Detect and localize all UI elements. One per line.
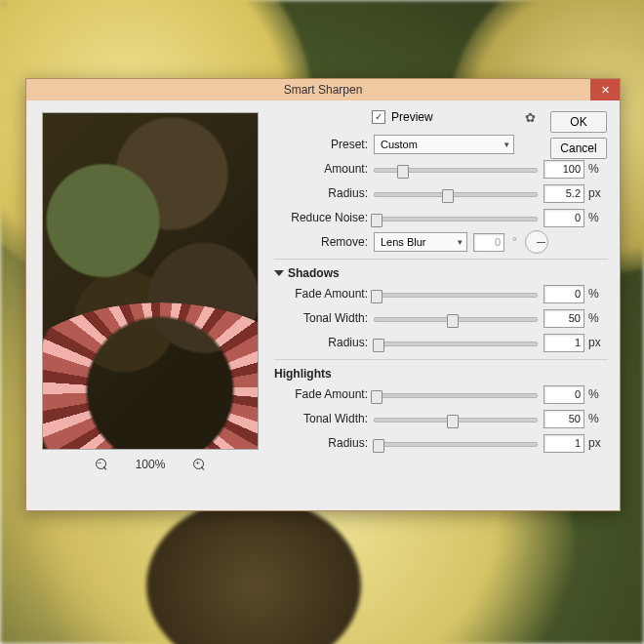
reduce-noise-value[interactable]: 0: [543, 209, 584, 227]
shadows-fade-amount-row: Fade Amount: 0 %: [274, 283, 608, 304]
shadows-tonal-width-label: Tonal Width:: [274, 311, 374, 325]
titlebar[interactable]: Smart Sharpen ✕: [26, 79, 620, 101]
shadows-fade-amount-unit: %: [584, 287, 608, 301]
amount-label: Amount:: [274, 162, 374, 176]
shadows-heading: Shadows: [288, 266, 340, 280]
settings-panel: OK Cancel ✓ Preview ✿ Preset: Custom ▾: [274, 106, 608, 501]
highlights-fade-amount-row: Fade Amount: 0 %: [274, 383, 608, 405]
shadows-radius-row: Radius: 1 px: [274, 332, 608, 353]
dialog-buttons: OK Cancel: [550, 111, 607, 159]
remove-angle-value[interactable]: 0: [473, 233, 504, 252]
amount-slider[interactable]: [374, 162, 538, 176]
zoom-percentage[interactable]: 100%: [136, 458, 166, 471]
cancel-button[interactable]: Cancel: [550, 138, 607, 159]
preset-label: Preset:: [274, 138, 374, 151]
zoom-out-button[interactable]: −: [95, 458, 108, 471]
highlights-tonal-width-unit: %: [584, 412, 608, 425]
dialog-title: Smart Sharpen: [284, 83, 363, 97]
shadows-radius-value[interactable]: 1: [543, 334, 584, 352]
shadows-fade-amount-slider[interactable]: [374, 287, 538, 301]
highlights-section-header[interactable]: Highlights: [274, 359, 608, 383]
preview-image[interactable]: [42, 112, 259, 450]
highlights-radius-slider[interactable]: [374, 436, 538, 450]
highlights-fade-amount-value[interactable]: 0: [543, 385, 584, 404]
reduce-noise-slider[interactable]: [374, 211, 538, 224]
close-button[interactable]: ✕: [590, 79, 620, 101]
remove-value: Lens Blur: [381, 236, 425, 248]
close-icon: ✕: [601, 84, 610, 97]
radius-slider[interactable]: [374, 186, 538, 200]
ok-button[interactable]: OK: [550, 111, 607, 133]
zoom-controls: − 100% +: [42, 454, 259, 475]
highlights-radius-value[interactable]: 1: [543, 434, 584, 453]
chevron-down-icon: ▾: [499, 140, 509, 149]
shadows-tonal-width-row: Tonal Width: 50 %: [274, 307, 608, 329]
reduce-noise-label: Reduce Noise:: [274, 211, 374, 224]
shadows-radius-slider[interactable]: [374, 336, 538, 349]
amount-unit: %: [584, 162, 608, 176]
preview-label: Preview: [391, 110, 433, 124]
check-icon: ✓: [375, 112, 382, 122]
highlights-tonal-width-value[interactable]: 50: [543, 410, 584, 428]
amount-value[interactable]: 100: [543, 160, 584, 179]
shadows-tonal-width-slider[interactable]: [374, 311, 538, 325]
preview-checkbox[interactable]: ✓: [372, 110, 385, 124]
remove-angle-unit: °: [510, 235, 519, 249]
highlights-radius-unit: px: [584, 436, 608, 450]
minus-icon: −: [98, 460, 102, 467]
amount-row: Amount: 100 %: [274, 158, 608, 180]
disclosure-triangle-icon: [274, 270, 284, 276]
shadows-fade-amount-value[interactable]: 0: [543, 285, 584, 303]
highlights-tonal-width-slider[interactable]: [374, 412, 538, 425]
plus-icon: +: [195, 460, 200, 467]
highlights-tonal-width-row: Tonal Width: 50 %: [274, 408, 608, 429]
angle-dial[interactable]: [525, 230, 548, 254]
zoom-in-button[interactable]: +: [192, 458, 206, 471]
highlights-fade-amount-label: Fade Amount:: [274, 387, 374, 401]
smart-sharpen-dialog: Smart Sharpen ✕ − 100% + OK Cancel: [25, 78, 621, 511]
dialog-content: − 100% + OK Cancel ✓ Preview ✿: [26, 101, 620, 510]
highlights-radius-label: Radius:: [274, 436, 374, 450]
shadows-fade-amount-label: Fade Amount:: [274, 287, 374, 301]
preset-select[interactable]: Custom ▾: [374, 135, 514, 154]
settings-gear-button[interactable]: ✿: [522, 109, 538, 125]
radius-value[interactable]: 5.2: [543, 184, 584, 203]
preset-value: Custom: [381, 139, 418, 150]
radius-row: Radius: 5.2 px: [274, 182, 608, 204]
radius-label: Radius:: [274, 186, 374, 200]
shadows-radius-unit: px: [584, 336, 608, 349]
highlights-radius-row: Radius: 1 px: [274, 432, 608, 454]
shadows-tonal-width-unit: %: [584, 311, 608, 325]
reduce-noise-row: Reduce Noise: 0 %: [274, 207, 608, 228]
remove-label: Remove:: [274, 235, 374, 249]
shadows-tonal-width-value[interactable]: 50: [543, 309, 584, 328]
shadows-radius-label: Radius:: [274, 336, 374, 349]
gear-icon: ✿: [525, 110, 536, 125]
shadows-section-header[interactable]: Shadows: [274, 259, 608, 283]
radius-unit: px: [584, 186, 608, 200]
highlights-heading: Highlights: [274, 367, 332, 381]
remove-row: Remove: Lens Blur ▾ 0 °: [274, 231, 608, 253]
highlights-fade-amount-slider[interactable]: [374, 387, 538, 401]
highlights-tonal-width-label: Tonal Width:: [274, 412, 374, 425]
highlights-fade-amount-unit: %: [584, 387, 608, 401]
remove-select[interactable]: Lens Blur ▾: [374, 232, 467, 252]
reduce-noise-unit: %: [584, 211, 608, 224]
chevron-down-icon: ▾: [452, 237, 463, 247]
